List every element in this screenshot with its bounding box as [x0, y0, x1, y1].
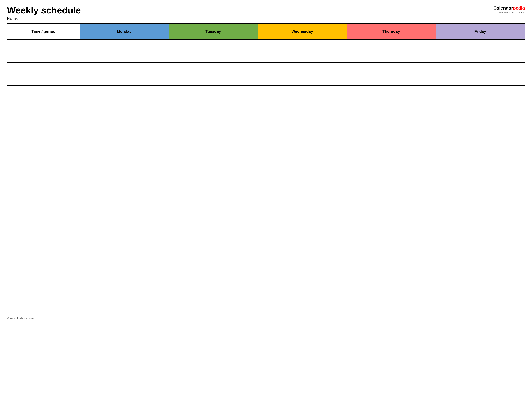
schedule-cell[interactable]	[80, 39, 169, 62]
schedule-cell[interactable]	[258, 292, 347, 315]
schedule-cell[interactable]	[80, 108, 169, 131]
time-cell[interactable]	[7, 246, 80, 269]
schedule-cell[interactable]	[169, 223, 258, 246]
schedule-cell[interactable]	[80, 269, 169, 292]
schedule-cell[interactable]	[347, 108, 436, 131]
time-cell[interactable]	[7, 200, 80, 223]
schedule-cell[interactable]	[169, 246, 258, 269]
schedule-cell[interactable]	[80, 85, 169, 108]
time-cell[interactable]	[7, 108, 80, 131]
schedule-cell[interactable]	[80, 62, 169, 85]
schedule-cell[interactable]	[80, 292, 169, 315]
time-cell[interactable]	[7, 269, 80, 292]
schedule-cell[interactable]	[169, 131, 258, 154]
schedule-cell[interactable]	[347, 131, 436, 154]
header: Weekly schedule Name: Calendarpedia Your…	[7, 5, 525, 20]
schedule-cell[interactable]	[347, 62, 436, 85]
time-cell[interactable]	[7, 292, 80, 315]
schedule-cell[interactable]	[347, 269, 436, 292]
schedule-cell[interactable]	[436, 39, 525, 62]
schedule-cell[interactable]	[436, 223, 525, 246]
table-row	[7, 200, 525, 223]
table-row	[7, 154, 525, 177]
schedule-cell[interactable]	[347, 85, 436, 108]
footer: © www.calendarpedia.com	[7, 317, 525, 319]
logo-area: Calendarpedia Your source for calendars	[493, 5, 525, 14]
schedule-cell[interactable]	[347, 177, 436, 200]
schedule-cell[interactable]	[169, 39, 258, 62]
schedule-cell[interactable]	[347, 200, 436, 223]
schedule-cell[interactable]	[169, 177, 258, 200]
col-header-friday: Friday	[436, 24, 525, 39]
schedule-cell[interactable]	[169, 154, 258, 177]
table-row	[7, 131, 525, 154]
schedule-cell[interactable]	[169, 108, 258, 131]
schedule-cell[interactable]	[258, 85, 347, 108]
logo-text: Calendarpedia	[493, 5, 525, 11]
schedule-cell[interactable]	[169, 62, 258, 85]
schedule-cell[interactable]	[436, 246, 525, 269]
table-body	[7, 39, 525, 315]
schedule-cell[interactable]	[258, 246, 347, 269]
schedule-cell[interactable]	[258, 131, 347, 154]
time-cell[interactable]	[7, 177, 80, 200]
schedule-cell[interactable]	[169, 269, 258, 292]
time-cell[interactable]	[7, 154, 80, 177]
schedule-cell[interactable]	[258, 154, 347, 177]
title-area: Weekly schedule Name:	[7, 5, 490, 20]
schedule-cell[interactable]	[436, 85, 525, 108]
schedule-cell[interactable]	[258, 200, 347, 223]
header-row: Time / period Monday Tuesday Wednesday T…	[7, 24, 525, 39]
col-header-thursday: Thursday	[347, 24, 436, 39]
schedule-table: Time / period Monday Tuesday Wednesday T…	[7, 23, 525, 315]
logo-calendar: Calendar	[493, 5, 513, 11]
schedule-cell[interactable]	[436, 131, 525, 154]
schedule-cell[interactable]	[169, 85, 258, 108]
schedule-cell[interactable]	[80, 177, 169, 200]
schedule-cell[interactable]	[80, 200, 169, 223]
col-header-monday: Monday	[80, 24, 169, 39]
schedule-cell[interactable]	[347, 154, 436, 177]
schedule-cell[interactable]	[436, 200, 525, 223]
schedule-cell[interactable]	[436, 108, 525, 131]
time-cell[interactable]	[7, 39, 80, 62]
schedule-cell[interactable]	[347, 39, 436, 62]
table-row	[7, 85, 525, 108]
schedule-cell[interactable]	[347, 292, 436, 315]
schedule-cell[interactable]	[258, 223, 347, 246]
logo-pedia: pedia	[513, 5, 525, 11]
schedule-cell[interactable]	[80, 131, 169, 154]
time-cell[interactable]	[7, 85, 80, 108]
schedule-cell[interactable]	[258, 62, 347, 85]
schedule-cell[interactable]	[80, 223, 169, 246]
table-row	[7, 62, 525, 85]
table-row	[7, 223, 525, 246]
time-cell[interactable]	[7, 62, 80, 85]
schedule-cell[interactable]	[80, 154, 169, 177]
schedule-cell[interactable]	[436, 177, 525, 200]
table-row	[7, 269, 525, 292]
table-row	[7, 246, 525, 269]
schedule-cell[interactable]	[169, 292, 258, 315]
schedule-cell[interactable]	[347, 223, 436, 246]
schedule-cell[interactable]	[258, 39, 347, 62]
schedule-cell[interactable]	[436, 62, 525, 85]
table-row	[7, 292, 525, 315]
col-header-wednesday: Wednesday	[258, 24, 347, 39]
schedule-cell[interactable]	[436, 154, 525, 177]
name-label: Name:	[7, 16, 490, 20]
schedule-cell[interactable]	[258, 177, 347, 200]
schedule-cell[interactable]	[436, 269, 525, 292]
time-cell[interactable]	[7, 131, 80, 154]
time-cell[interactable]	[7, 223, 80, 246]
schedule-cell[interactable]	[347, 246, 436, 269]
schedule-cell[interactable]	[169, 200, 258, 223]
schedule-cell[interactable]	[80, 246, 169, 269]
page-title: Weekly schedule	[7, 5, 490, 15]
col-header-tuesday: Tuesday	[169, 24, 258, 39]
schedule-cell[interactable]	[436, 292, 525, 315]
table-row	[7, 39, 525, 62]
schedule-cell[interactable]	[258, 108, 347, 131]
schedule-cell[interactable]	[258, 269, 347, 292]
logo-tagline: Your source for calendars	[493, 11, 525, 14]
